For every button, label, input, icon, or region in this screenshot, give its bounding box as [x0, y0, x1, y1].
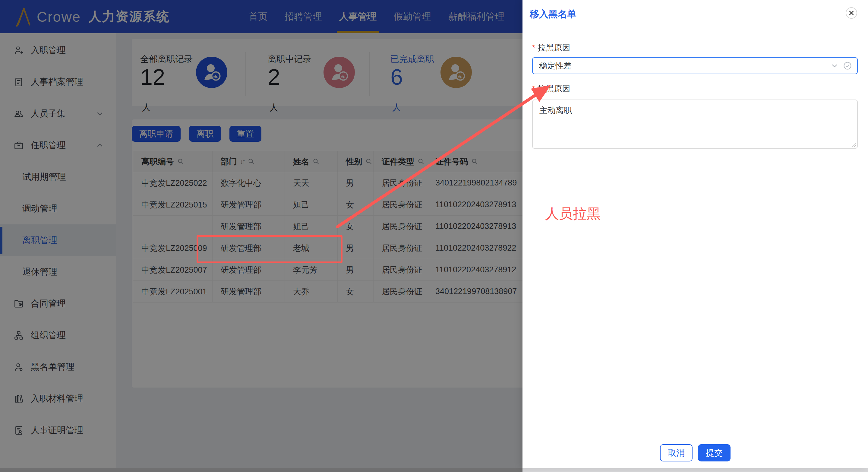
cancel-button[interactable]: 取消	[660, 444, 692, 462]
submit-button[interactable]: 提交	[698, 444, 731, 462]
select-value: 稳定性差	[539, 60, 571, 71]
close-icon[interactable]	[846, 7, 857, 19]
textarea-value: 主动离职	[539, 105, 572, 116]
blacklist-reason-select-label: *拉黑原因	[532, 42, 570, 53]
drawer-mask[interactable]	[0, 0, 523, 472]
chevron-down-icon	[831, 62, 838, 70]
blacklist-reason-textarea[interactable]: 主动离职	[532, 99, 858, 149]
blacklist-reason-text-label: *拉黑原因	[532, 83, 570, 94]
blacklist-drawer: 移入黑名单 *拉黑原因 稳定性差 *拉黑原因 主动离职 取消 提交	[523, 0, 868, 468]
required-asterisk: *	[532, 43, 535, 52]
blacklist-reason-select[interactable]: 稳定性差	[532, 57, 858, 74]
drawer-title: 移入黑名单	[530, 8, 577, 21]
resize-handle[interactable]	[851, 142, 856, 147]
app-viewport: Crowe 人力资源系统 首页招聘管理人事管理假勤管理薪酬福利管理 入职管理人事…	[0, 0, 868, 472]
drawer-header: 移入黑名单	[523, 0, 868, 30]
check-circle-icon	[843, 61, 852, 70]
required-asterisk: *	[532, 84, 535, 93]
drawer-footer: 取消 提交	[523, 444, 868, 462]
